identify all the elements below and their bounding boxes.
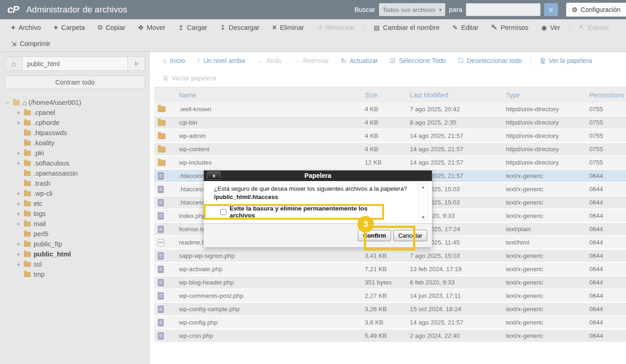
tree-item-pki[interactable]: +.pki: [5, 148, 145, 158]
toolbar-button-ver[interactable]: ◉Ver: [535, 24, 567, 31]
search-scope-select[interactable]: Todos sus archivos ▾: [379, 3, 445, 16]
file-modified: 13 feb 2024, 17:19: [406, 262, 502, 276]
expand-icon[interactable]: +: [17, 200, 24, 207]
table-row-wp-activate-php[interactable]: wp-activate.php7,21 KB13 feb 2024, 17:19…: [154, 262, 626, 276]
expand-icon[interactable]: +: [17, 159, 24, 167]
expand-icon[interactable]: +: [17, 109, 24, 116]
tree-item-mail[interactable]: +mail: [5, 219, 145, 229]
column-header-last-modified[interactable]: Last Modified: [406, 87, 502, 102]
tree-item-public-html[interactable]: +public_html: [5, 249, 145, 259]
toolbar-button-editar[interactable]: ✎Editar: [446, 24, 485, 31]
toolbar-button-eliminar[interactable]: ×Eliminar: [266, 23, 310, 32]
file-type: httpd/unix-directory: [502, 102, 586, 116]
dialog-close-button[interactable]: x: [207, 171, 221, 180]
tree-item-softaculous[interactable]: +.softaculous: [5, 158, 145, 168]
table-row-wp-admin[interactable]: wp-admin4 KB14 ago 2025, 21:57httpd/unix…: [154, 129, 626, 142]
tree-item-spamassassin[interactable]: +.spamassassin: [5, 168, 145, 178]
collapse-icon[interactable]: −: [6, 99, 13, 106]
search-input[interactable]: [466, 3, 540, 16]
table-row-cgi-bin[interactable]: cgi-bin4 KB8 ago 2025, 2:35httpd/unix-di…: [154, 116, 626, 129]
search-go-button[interactable]: Ir: [544, 3, 558, 16]
file-toolbar-button-deseleccionar-todo[interactable]: ☐Deseleccionar todo: [452, 57, 528, 64]
path-go-button[interactable]: Ir: [127, 57, 145, 70]
table-row-wp-comments-post-php[interactable]: wp-comments-post.php2,27 KB14 jun 2023, …: [154, 289, 626, 302]
folder-icon: [24, 252, 31, 257]
toolbar-separator: [364, 23, 364, 32]
table-row-wp-config-php[interactable]: wp-config.php3,6 KB14 ago 2025, 21:57tex…: [154, 316, 626, 329]
file-toolbar-button-reenviar: →Reenviar: [287, 57, 335, 64]
tree-item-wp-cli[interactable]: +.wp-cli: [5, 188, 145, 199]
column-header-size[interactable]: Size: [361, 87, 406, 102]
file-modified: 14 ago 2025, 21:57: [406, 156, 502, 169]
table-row-sapp-wp-signon-php[interactable]: sapp-wp-signon.php3,41 KB7 ago 2025, 15:…: [154, 249, 626, 262]
undo-icon: ↺: [317, 24, 322, 31]
expand-icon[interactable]: +: [17, 119, 24, 126]
toolbar-button-cambiar-el-nombre[interactable]: ▤Cambiar el nombre: [367, 24, 446, 31]
toolbar-button-mover[interactable]: ✥Mover: [132, 24, 172, 31]
cancel-button[interactable]: Cancelar: [393, 230, 427, 241]
file-toolbar-button-ver-la-papelera[interactable]: Ver la papelera: [534, 57, 598, 64]
toolbar-button-permisos[interactable]: Permisos: [485, 24, 534, 31]
expand-icon[interactable]: +: [17, 220, 24, 228]
expand-icon[interactable]: +: [17, 210, 24, 217]
toolbar-button-archivo[interactable]: +Archivo: [5, 23, 47, 32]
tree-item-tmp[interactable]: +tmp: [5, 269, 145, 279]
expand-icon[interactable]: +: [17, 149, 24, 157]
home-icon: ⌂: [163, 57, 167, 64]
dialog-scrollbar[interactable]: ▲ ▼: [418, 183, 428, 222]
tree-item-koality[interactable]: +.koality: [5, 138, 145, 148]
eye-icon: ◉: [541, 24, 547, 31]
skip-trash-checkbox[interactable]: [220, 209, 226, 215]
toolbar-button-descargar[interactable]: ↧Descargar: [213, 24, 266, 31]
table-row-wp-includes[interactable]: wp-includes12 KB14 ago 2025, 21:57httpd/…: [154, 156, 626, 169]
toolbar-button-comprimir[interactable]: ⇲Comprimir: [5, 40, 57, 47]
column-header-name[interactable]: Name: [175, 87, 361, 102]
tree-item-label: .wp-cli: [34, 190, 52, 197]
expand-icon[interactable]: +: [17, 261, 24, 268]
confirm-button[interactable]: Confirm: [358, 230, 391, 241]
file-size: 12 KB: [361, 156, 406, 169]
file-icon: [158, 252, 164, 260]
scroll-up-icon[interactable]: ▲: [421, 185, 425, 189]
item-label: Atrás: [266, 57, 281, 64]
tree-item-cphorde[interactable]: +.cphorde: [5, 118, 145, 128]
toolbar-button-cargar[interactable]: ↥Cargar: [172, 24, 213, 31]
table-row-wp-content[interactable]: wp-content4 KB14 ago 2025, 21:57httpd/un…: [154, 142, 626, 156]
file-type: httpd/unix-directory: [502, 156, 586, 169]
file-toolbar-button-seleccione-todo[interactable]: ☑Seleccione Todo: [384, 57, 452, 64]
tree-item-label: .cphorde: [34, 119, 59, 126]
expand-icon[interactable]: +: [17, 250, 24, 258]
file-toolbar-button-inicio[interactable]: ⌂Inicio: [157, 57, 191, 64]
file-icon: [158, 292, 164, 300]
item-label: Permisos: [500, 24, 528, 31]
tree-item-logs[interactable]: +logs: [5, 209, 145, 219]
table-row-wp-cron-php[interactable]: wp-cron.php5,49 KB2 ago 2024, 22:40text/…: [154, 329, 626, 342]
collapse-all-button[interactable]: Contraer todo: [5, 75, 145, 89]
file-icon: [158, 319, 164, 326]
file-toolbar-button-actualizar[interactable]: ↻Actualizar: [335, 57, 384, 64]
toolbar-button-copiar[interactable]: ⧉Copiar: [92, 23, 132, 31]
expand-icon[interactable]: +: [17, 240, 24, 248]
settings-button[interactable]: ⚙ Configuración: [566, 3, 626, 17]
tree-item-cpanel[interactable]: +.cpanel: [5, 108, 145, 118]
tree-item-public-ftp[interactable]: +public_ftp: [5, 239, 145, 249]
toolbar-button-carpeta[interactable]: +Carpeta: [47, 23, 92, 32]
scroll-down-icon[interactable]: ▼: [421, 215, 425, 220]
home-button[interactable]: ⌂: [5, 57, 23, 70]
column-header-type[interactable]: Type: [502, 87, 586, 102]
table-row-wp-blog-header-php[interactable]: wp-blog-header.php351 bytes6 feb 2020, 9…: [154, 276, 626, 289]
tree-item-trash[interactable]: +.trash: [5, 178, 145, 188]
path-input[interactable]: [23, 57, 127, 70]
tree-item-home4-user001[interactable]: −⌂(/home4/user001): [5, 97, 145, 108]
file-toolbar-button-un-nivel-arriba[interactable]: ↑Un nivel arriba: [191, 57, 251, 64]
table-row-wp-config-sample-php[interactable]: wp-config-sample.php3,26 KB15 oct 2024, …: [154, 302, 626, 316]
tree-item-ssl[interactable]: +ssl: [5, 259, 145, 269]
skip-trash-label[interactable]: Evite la basura y elimine permanentement…: [230, 205, 382, 219]
tree-item-htpasswds[interactable]: +.htpasswds: [5, 128, 145, 138]
tree-item-perl5[interactable]: +perl5: [5, 229, 145, 239]
column-header-permissions[interactable]: Permissions: [586, 87, 626, 102]
expand-icon[interactable]: +: [17, 190, 24, 197]
table-row-well-known[interactable]: .well-known4 KB7 ago 2025, 20:42httpd/un…: [154, 102, 626, 116]
tree-item-etc[interactable]: +etc: [5, 199, 145, 209]
item-label: Carpeta: [61, 24, 85, 31]
